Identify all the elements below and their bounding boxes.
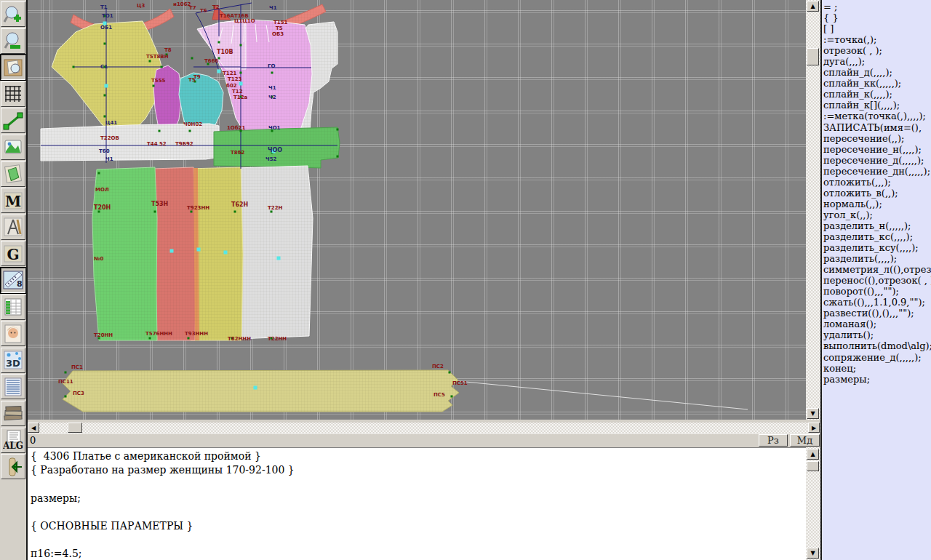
editor-vscrollbar[interactable]: ▲ ▼ (806, 447, 820, 560)
command-item[interactable]: пересечение(,,); (823, 133, 931, 144)
canvas-hscrollbar[interactable]: ◀ ▶ (28, 423, 820, 434)
command-item[interactable]: сплайн_к[](,,,,); (823, 100, 931, 111)
command-item[interactable]: разделить(,,,,); (823, 253, 931, 264)
g-module-button[interactable]: G (1, 241, 25, 266)
command-item[interactable]: сжать((),,,1.1,0.9,""); (823, 297, 931, 308)
point-marker[interactable] (98, 172, 100, 175)
canvas-hscroll-thumb[interactable] (68, 423, 82, 433)
pattern-piece-skirt-green[interactable] (92, 167, 157, 340)
point-marker[interactable] (218, 41, 220, 44)
command-item[interactable]: разделить_ксу(,,,,); (823, 242, 931, 253)
rz-button[interactable]: Рз (759, 434, 788, 447)
ruler-button[interactable]: 8 (1, 268, 25, 293)
selected-point-marker[interactable] (277, 257, 281, 260)
command-item[interactable]: дуга(,,,); (823, 56, 931, 67)
point-marker[interactable] (154, 211, 156, 213)
library-books-button[interactable] (1, 401, 25, 426)
point-marker[interactable] (189, 130, 191, 132)
command-item[interactable]: пересечение_дн(,,,,,); (823, 166, 931, 177)
zoom-in-button[interactable] (1, 1, 25, 27)
selected-point-marker[interactable] (105, 84, 108, 88)
m-module-button[interactable]: M (1, 188, 25, 213)
threed-view-button[interactable]: 3D (1, 348, 25, 373)
command-item[interactable]: нормаль(,,); (823, 199, 931, 209)
command-item[interactable]: отложить_в(,,); (823, 188, 931, 199)
scroll-up-icon[interactable]: ▲ (807, 449, 819, 460)
scroll-down-icon[interactable]: ▼ (807, 408, 819, 419)
command-item[interactable]: поворот((),,,""); (823, 286, 931, 297)
command-item[interactable]: сплайн_кк(,,,,,); (823, 78, 931, 89)
scroll-up-icon[interactable]: ▲ (807, 1, 819, 12)
command-item[interactable]: сплайн_д(,,,,); (823, 67, 931, 78)
point-marker[interactable] (271, 72, 273, 74)
command-item[interactable]: отрезок( , ); (823, 45, 931, 56)
model-photo-button[interactable] (1, 321, 25, 346)
spec-list-button[interactable] (1, 374, 25, 399)
point-marker[interactable] (104, 95, 106, 97)
point-marker[interactable] (65, 396, 67, 398)
grid-button[interactable] (1, 81, 25, 107)
scroll-right-icon[interactable]: ▶ (808, 423, 820, 433)
command-item[interactable]: размеры; (823, 374, 931, 385)
point-marker[interactable] (73, 66, 75, 68)
zoom-out-button[interactable] (1, 28, 25, 54)
point-marker[interactable] (451, 396, 453, 398)
command-item[interactable]: разделить_кс(,,,,); (823, 231, 931, 242)
exit-scroll-button[interactable] (1, 454, 25, 479)
code-editor[interactable]: { 4306 Платье с американской проймой }{ … (28, 447, 806, 560)
pattern-piece-skirt-gray[interactable] (235, 166, 313, 339)
algorithm-button[interactable]: ALG (1, 428, 25, 453)
command-item[interactable]: пересечение_д(,,,,,); (823, 155, 931, 166)
command-item[interactable]: ломаная(); (823, 319, 931, 329)
point-marker[interactable] (104, 116, 106, 118)
point-marker[interactable] (240, 44, 242, 47)
command-item[interactable]: развести((),(),,,""); (823, 308, 931, 319)
pattern-preview-button[interactable] (1, 55, 25, 80)
command-item[interactable]: ЗАПИСАТЬ(имя=(), (823, 122, 931, 133)
point-marker[interactable] (337, 156, 339, 158)
command-item[interactable]: симметрия_л((),отрезок (823, 264, 931, 275)
command-item[interactable]: сопряжение_д(,,,,,); (823, 352, 931, 363)
selected-point-marker[interactable] (254, 386, 257, 390)
point-marker[interactable] (65, 372, 67, 374)
pattern-canvas[interactable]: Т1ТО1ОБ1Ц3и1062Т7Т6Т2Т16АТ16БЦ1Ц1ОЧ1Т151… (28, 0, 806, 420)
point-marker[interactable] (337, 129, 339, 131)
command-item[interactable]: угол_к(,,); (823, 209, 931, 220)
point-marker[interactable] (449, 372, 451, 374)
selected-point-marker[interactable] (217, 70, 221, 73)
command-item[interactable]: пересечение_н(,,,,); (823, 144, 931, 155)
scroll-left-icon[interactable]: ◀ (28, 423, 39, 433)
pattern-sheet-button[interactable] (1, 161, 25, 187)
canvas-vscrollbar[interactable]: ▲ ▼ (806, 0, 820, 420)
point-marker[interactable] (188, 337, 190, 340)
command-item[interactable]: сплайн_к(,,,,); (823, 89, 931, 100)
command-item[interactable]: [ ] (823, 23, 931, 34)
point-marker[interactable] (159, 130, 161, 132)
point-marker[interactable] (234, 211, 236, 213)
point-marker[interactable] (149, 337, 151, 340)
point-marker[interactable] (104, 43, 106, 45)
selected-point-marker[interactable] (197, 248, 201, 252)
drafting-tools-button[interactable] (1, 215, 25, 240)
point-marker[interactable] (149, 60, 151, 63)
command-item[interactable]: удалить(); (823, 329, 931, 340)
command-item[interactable]: отложить(,,,); (823, 177, 931, 188)
scroll-down-icon[interactable]: ▼ (807, 548, 819, 559)
md-button[interactable]: Мд (790, 434, 820, 447)
pattern-piece-belt-strip[interactable] (63, 370, 459, 412)
command-item[interactable]: конец; (823, 363, 931, 374)
command-item[interactable]: { } (823, 12, 931, 23)
pattern-piece-skirt-red[interactable] (153, 167, 196, 340)
point-marker[interactable] (153, 85, 155, 87)
command-item[interactable]: = ; (823, 1, 931, 12)
command-item[interactable]: :=точка(,); (823, 34, 931, 45)
command-item[interactable]: :=метка(точка(,),,,,); (823, 111, 931, 121)
measure-button[interactable] (1, 108, 25, 133)
selected-point-marker[interactable] (224, 251, 228, 255)
point-marker[interactable] (161, 66, 163, 68)
editor-vscroll-thumb[interactable] (807, 461, 819, 471)
pattern-piece-bodice-back-yellow[interactable] (52, 21, 164, 136)
point-marker[interactable] (240, 72, 242, 74)
pattern-drawing[interactable]: Т1ТО1ОБ1Ц3и1062Т7Т6Т2Т16АТ16БЦ1Ц1ОЧ1Т151… (28, 0, 806, 420)
command-item[interactable]: выполнить(dmod\alg); (823, 340, 931, 351)
